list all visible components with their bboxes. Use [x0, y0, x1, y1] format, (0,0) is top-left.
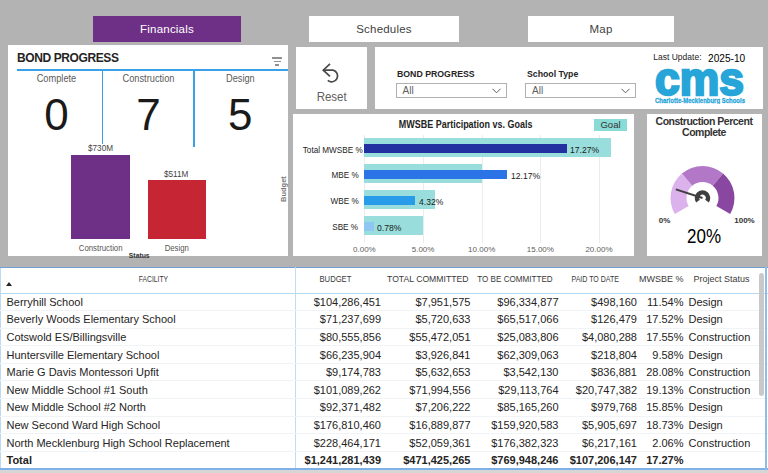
svg-text:Charlotte-Mecklenburg Schools: Charlotte-Mecklenburg Schools — [655, 96, 745, 104]
